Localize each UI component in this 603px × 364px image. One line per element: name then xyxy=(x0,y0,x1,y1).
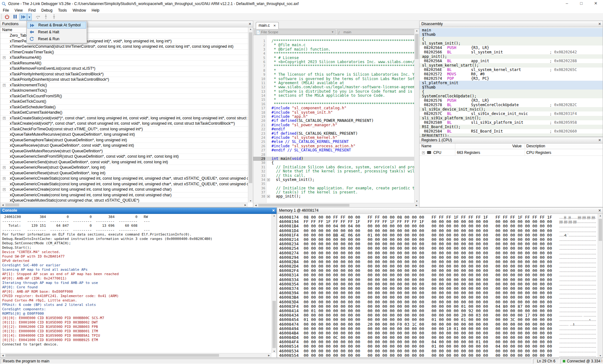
disassembly-instruction[interactable]: 08202574POP{R3, PC} xyxy=(419,76,603,81)
function-row[interactable]: xTimerGenericCommand(struct tmrTimerCont… xyxy=(0,44,248,50)
code-line-34[interactable]: 34+sl_system_init(); xyxy=(253,178,414,182)
code-line-17[interactable]: 17#include "sl_component_catalog.h" xyxy=(253,106,414,110)
disassembly-instruction[interactable]: 08202576PUSH{R3, LR} xyxy=(419,98,603,103)
code-line-25[interactable]: 25#else // SL_CATALOG_KERNEL_PRESENT xyxy=(253,140,414,144)
file-scope-dropdown[interactable]: 📄 File Scope ▼ xyxy=(255,30,336,35)
functions-vertical-scrollbar[interactable]: ▲ ▼ xyxy=(248,27,253,203)
code-line-15[interactable]: 15 * xyxy=(253,98,414,102)
minimize-button[interactable]: – xyxy=(560,0,574,8)
close-button[interactable]: ✕ xyxy=(589,0,603,8)
code-line-36[interactable]: 36 // Initialize the application. For ex… xyxy=(253,186,414,190)
code-line-35[interactable]: 35 xyxy=(253,182,414,186)
step-out-icon[interactable] xyxy=(50,14,58,20)
code-line-13[interactable]: 13 * software is distributed to you in S… xyxy=(253,90,414,94)
reset-icon[interactable] xyxy=(19,14,27,20)
code-line-4[interactable]: 4 **************************************… xyxy=(253,52,414,56)
disassembly-source-line[interactable]: SystemCoreClockUpdate(); xyxy=(419,94,603,98)
code-line-26[interactable]: 26#include "sl_system_process_action.h" xyxy=(253,144,414,148)
function-row[interactable]: xQueueGenericReset(struct QueueDefinitio… xyxy=(0,171,248,176)
memory-row[interactable]: 460083D4 00 00 00 00 00 00 00 00 00 00 0… xyxy=(279,300,598,304)
disassembly-source-line[interactable]: DEBUGINIT(); xyxy=(419,133,603,137)
code-line-16[interactable]: 16 *************************************… xyxy=(253,102,414,106)
menu-item-reset-break-at-symbol[interactable]: Reset & Break At Symbol xyxy=(27,22,86,29)
disassembly-instruction[interactable]: 08202572MOVSR0, #0 xyxy=(419,72,603,76)
memory-row[interactable]: 460081F4 00 00 00 00 BB 4E 06 60 01 00 0… xyxy=(279,233,598,237)
memory-row[interactable]: 46008434 00 00 00 00 00 00 00 00 00 00 0… xyxy=(279,313,598,318)
memory-row[interactable]: 46008234 00 00 00 00 00 00 00 00 00 00 0… xyxy=(279,242,598,246)
disassembly-instruction[interactable]: 08202564PUSH{R3, LR} xyxy=(419,46,603,50)
memory-row[interactable]: 46008274 00 00 00 00 00 00 00 00 00 00 0… xyxy=(279,251,598,255)
memory-row[interactable]: 460084D4 00 00 00 00 0C 00 00 00 00 00 0… xyxy=(279,335,598,340)
memory-row[interactable]: 460084B4 00 00 00 00 00 00 00 00 00 00 0… xyxy=(279,331,598,335)
memory-row[interactable]: 46008454 01 00 00 00 00 00 00 00 00 00 0… xyxy=(279,318,598,322)
function-row[interactable]: xTaskResumeAll() xyxy=(0,61,248,66)
code-line-22[interactable]: 22#endif xyxy=(253,127,414,131)
power-icon[interactable] xyxy=(3,14,11,20)
menu-tools[interactable]: Tools xyxy=(55,8,70,13)
step-over-icon[interactable] xyxy=(34,14,41,20)
function-row[interactable]: +xQueueGenericCreate(const long unsigned… xyxy=(0,187,248,193)
function-row[interactable]: xQueueCreateMutexStatic(const unsigned c… xyxy=(0,198,248,203)
function-row[interactable]: xTaskGetTickCountFromISR() xyxy=(0,94,248,99)
function-row[interactable]: +xTaskIncrementTick() xyxy=(0,83,248,88)
code-line-23[interactable]: 23#if defined(SL_CATALOG_KERNEL_PRESENT) xyxy=(253,132,414,136)
memory-row[interactable]: 46008534 00 00 00 00 00 00 00 00 00 00 0… xyxy=(279,349,598,353)
function-row[interactable]: +xTaskCreateStatic(void(void*)*, const c… xyxy=(0,116,248,121)
editor-vertical-scrollbar[interactable]: ▲ ▼ xyxy=(414,29,419,203)
function-row[interactable]: xTaskCheckForTimeOut(const struct xTIME_… xyxy=(0,127,248,132)
memory-row[interactable]: 460081B4 00 00 00 00 04 00 04 00 00 00 0… xyxy=(279,224,598,228)
function-row[interactable]: xTaskGetTickCount() xyxy=(0,99,248,105)
code-line-11[interactable]: 11 * Agreement (MSLA) available at xyxy=(253,81,414,85)
disassembly-instruction[interactable]: 0820257CBLsl_si91x_device_init_nvic; 0x0… xyxy=(419,111,603,116)
code-line-33[interactable]: 33 // this call. xyxy=(253,174,414,178)
memory-row[interactable]: 46008414 00 01 00 00 00 00 00 00 00 00 0… xyxy=(279,309,598,313)
disassembly-instruction[interactable]: 08202580BLsli_si91x_platform_init; 0x082… xyxy=(419,120,603,125)
memory-row[interactable]: 460081D4 00 00 00 00 00 00 00 00 00 00 0… xyxy=(279,229,598,233)
code-line-3[interactable]: 3 * @brief main() function. xyxy=(253,47,414,52)
memory-row[interactable]: 46008374 00 00 00 00 00 00 00 00 00 00 0… xyxy=(279,286,598,291)
function-row[interactable]: xQueueGenericSend(struct QueueDefinition… xyxy=(0,160,248,165)
memory-row[interactable]: 46008334 00 00 00 00 00 00 00 00 00 00 0… xyxy=(279,278,598,282)
code-line-18[interactable]: 18#include "sl_system_init.h" xyxy=(253,111,414,115)
close-icon[interactable]: ✕ xyxy=(598,21,601,27)
memory-hex-dump[interactable]: 46008174 08 00 00 00 FF FF 00 00 FF FF 0… xyxy=(279,215,598,357)
close-icon[interactable]: ✕ xyxy=(598,208,601,214)
close-icon[interactable]: ✕ xyxy=(272,208,275,214)
memory-row[interactable]: 46008294 00 00 00 00 00 00 00 00 00 00 0… xyxy=(279,255,598,260)
memory-row[interactable]: 460084F4 00 00 00 00 00 00 00 00 00 00 0… xyxy=(279,340,598,344)
disassembly-source-line[interactable]: sl_system_init(); xyxy=(419,41,603,46)
disassembly-source-line[interactable]: app_init(); xyxy=(419,54,603,59)
code-line-9[interactable]: 9 * The licensor of this software is Sil… xyxy=(253,73,414,77)
function-row[interactable]: xTaskPriorityInherit(const struct tskTas… xyxy=(0,72,248,77)
disassembly-label[interactable]: main xyxy=(419,28,603,32)
function-row[interactable]: xTaskIncrementTick() xyxy=(0,88,248,94)
function-row[interactable]: xTimerCreateTimerTask() xyxy=(0,50,248,55)
memory-row[interactable]: 460083B4 00 00 00 00 00 00 00 00 00 00 0… xyxy=(279,295,598,300)
code-line-37[interactable]: 37 // task(s) if the kernel is present. xyxy=(253,190,414,194)
code-line-5[interactable]: 5 * # License xyxy=(253,56,414,60)
editor-horizontal-scrollbar[interactable]: ◀ ▶ xyxy=(253,203,419,207)
function-row[interactable]: +xTaskResumeAll() xyxy=(0,55,248,61)
menu-window[interactable]: Window xyxy=(70,8,89,13)
code-line-20[interactable]: 20#if defined(SL_CATALOG_POWER_MANAGER_P… xyxy=(253,119,414,123)
disassembly-instruction[interactable]: 0820256ABLapp_init; 0x08202288 xyxy=(419,59,603,63)
code-line-31[interactable]: 31 // Initialize Silicon Labs device, sy… xyxy=(253,165,414,169)
menu-view[interactable]: View xyxy=(12,8,25,13)
code-line-19[interactable]: 19#include "app.h" xyxy=(253,115,414,119)
code-line-14[interactable]: 14 * sections of the MSLA applicable to … xyxy=(253,94,414,98)
reset-dropdown-arrow[interactable]: ▼ xyxy=(27,14,32,20)
disassembly-listing[interactable]: main$Thumb{sl_system_init();08202564PUSH… xyxy=(419,28,603,137)
code-line-29[interactable]: 29int main(void) xyxy=(253,157,414,161)
code-line-6[interactable]: 6 * <b>Copyright 2023 Silicon Laboratori… xyxy=(253,60,414,64)
code-line-27[interactable]: 27#endif // SL_CATALOG_KERNEL_PRESENT xyxy=(253,148,414,152)
disassembly-instruction[interactable]: 08202584BLRSI_Board_Init; 0x08202660 xyxy=(419,129,603,133)
function-row[interactable]: xQueueGenericCreateStatic(const long uns… xyxy=(0,182,248,187)
expand-icon[interactable]: + xyxy=(3,84,6,87)
code-line-10[interactable]: 10 * software is governed by the terms o… xyxy=(253,77,414,81)
code-line-1[interactable]: 1/**************************************… xyxy=(253,39,414,43)
memory-row[interactable]: 460082B4 00 00 00 00 00 00 00 00 00 00 0… xyxy=(279,260,598,264)
function-dropdown[interactable]: f main ▼ xyxy=(337,30,418,35)
disassembly-source-line[interactable]: sli_si91x_platform_init(); xyxy=(419,116,603,120)
menu-debug[interactable]: Debug xyxy=(38,8,55,13)
memory-row[interactable]: 46008394 00 00 00 00 00 00 00 00 00 00 0… xyxy=(279,291,598,295)
